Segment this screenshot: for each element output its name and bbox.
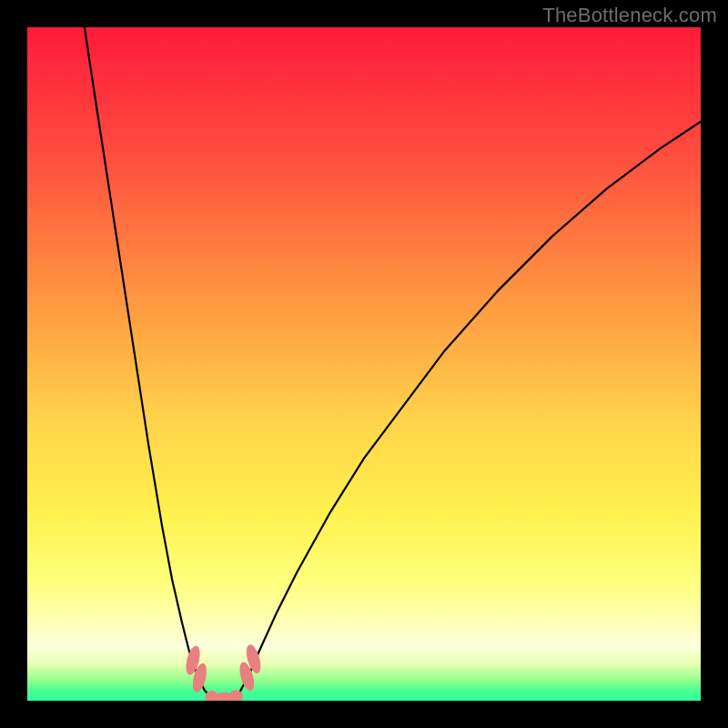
watermark-text: TheBottleneck.com (542, 4, 717, 27)
gradient-background (27, 27, 701, 701)
chart-frame: TheBottleneck.com (0, 0, 728, 728)
chart-svg (27, 27, 701, 701)
plot-area (27, 27, 701, 701)
